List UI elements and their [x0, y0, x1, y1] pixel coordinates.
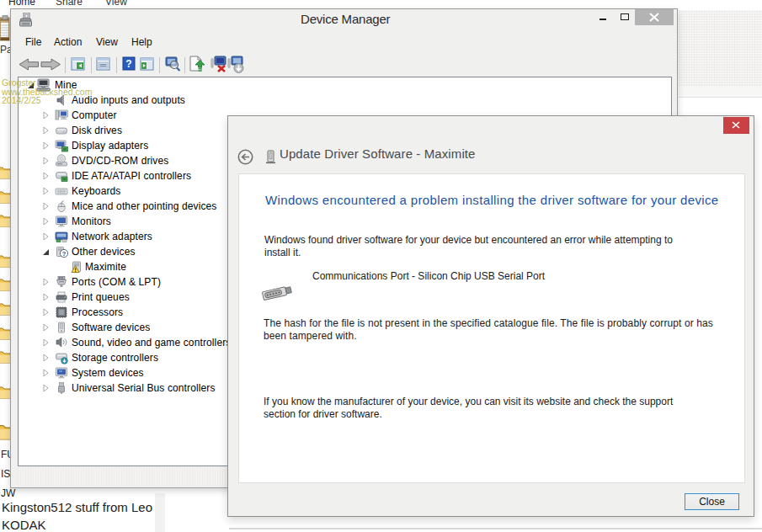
svg-text:?: ?: [62, 250, 67, 258]
svg-text:?: ?: [125, 58, 131, 70]
